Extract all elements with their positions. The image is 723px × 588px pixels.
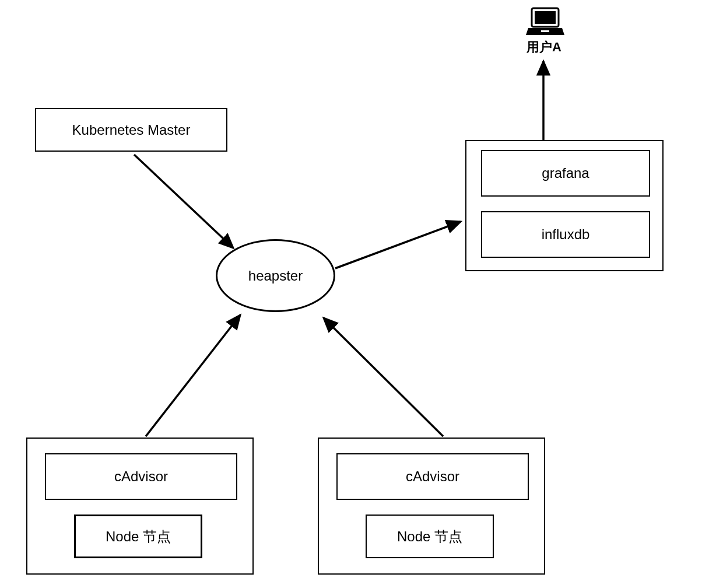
arrow-node2-heapster [324,318,443,436]
arrow-node1-heapster [146,315,240,436]
arrows [0,0,723,588]
arrow-master-heapster [134,155,233,248]
arrow-heapster-storage [335,222,461,268]
